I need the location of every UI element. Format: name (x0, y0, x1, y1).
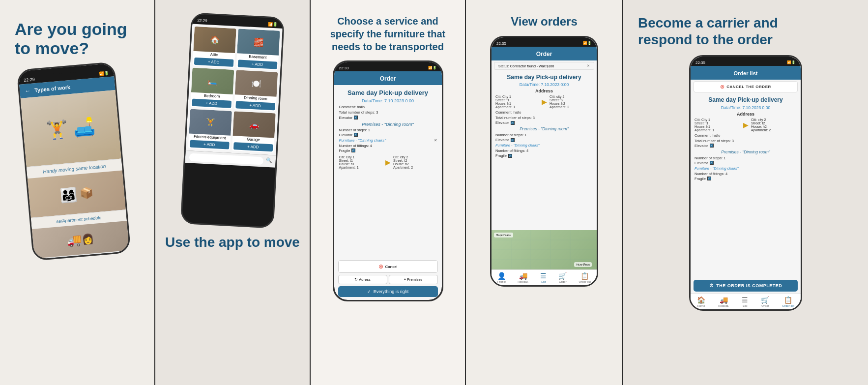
back-arrow-icon[interactable]: ← (25, 87, 31, 94)
address-grid-3: Citi: City 1 Street: t1 House: h1 Apartm… (339, 155, 437, 169)
nav-orderlist-4[interactable]: 📋 Order list (579, 272, 591, 283)
worker2-icon: 🚚 (66, 233, 82, 248)
address-grid-4: Citi: City 1 Street: t1 House: h1 Apartm… (495, 95, 593, 109)
order-header-label-5: Order list (734, 70, 758, 76)
phone-header-1: Types of work (34, 84, 71, 93)
order-title-5: Same day Pick-up delivery (694, 96, 797, 103)
add-bedroom-btn[interactable]: + ADD (192, 99, 231, 108)
furniture-line-3: Furniture - "Dinning chairs" ✕ (339, 138, 437, 143)
elevator-5: Elevator (694, 144, 797, 148)
home-icon-5: 🏠 (697, 296, 705, 304)
time-5: 22:35 (695, 60, 705, 65)
btn-row-3: ↻ Adress + Premises (338, 275, 438, 284)
woman-icon: 👩 (81, 233, 94, 245)
elevator2-5: Elevator (694, 161, 797, 165)
phone-mockup-2: 22:29 📶🔋 🏠 Attic + ADD 🧱 Basement + ADD (180, 12, 285, 228)
plus-icon-3: + (404, 277, 406, 282)
status-close-4[interactable]: ✕ (587, 64, 590, 68)
elevator2-4: Elevator (495, 138, 593, 142)
add-garage-btn[interactable]: + ADD (233, 142, 273, 151)
order-completed-btn-5[interactable]: ⏱ THE ORDER IS COMPLETED (694, 280, 798, 292)
section-view-orders: View orders 22:35 📶🔋 Order Status: Contr… (466, 0, 623, 385)
add-attic-btn[interactable]: + ADD (194, 58, 233, 67)
order-datetime-3: Data/Time: 7.10.2023 0:00 (339, 98, 437, 103)
sofa-icon: 🛋️ (72, 116, 96, 139)
fragile-cb-5[interactable] (707, 177, 711, 180)
room-garage: 🚗 Garage + ADD (232, 111, 276, 152)
arrow-right-4: ▶ (542, 98, 547, 106)
addr-right-3: Citi: city 2 Street: t2 House: h2 Apartm… (393, 155, 437, 169)
arrow-right-3: ▶ (383, 155, 392, 169)
cancel-order-btn-5[interactable]: ⊗ CANCEL THE ORDER (694, 81, 798, 92)
section-2-headline: Use the app to move (165, 234, 300, 251)
search-icon: 🔍 (265, 157, 272, 166)
signal-4: 📶🔋 (583, 41, 592, 46)
cancel-order-icon-5: ⊗ (720, 84, 724, 90)
elev2-cb-5[interactable] (710, 161, 714, 165)
cancel-icon-3: ⊗ (378, 263, 383, 270)
nav-list-5[interactable]: ☰ List (742, 296, 748, 307)
order-comment-3: Comment: hallo (339, 105, 437, 109)
section-1-headline: Are you going to move? (15, 20, 140, 58)
nav-list-4[interactable]: ☰ List (540, 272, 547, 283)
elevator-cb-4[interactable] (511, 121, 515, 125)
section-4-headline: View orders (511, 15, 578, 29)
nav-orderlist-5[interactable]: 📋 Order list (782, 296, 794, 307)
addr-left-3: Citi: City 1 Street: t1 House: h1 Apartm… (339, 155, 383, 169)
fittings-3: Number of fittings: 4 (339, 144, 437, 148)
address-header-4: Address (495, 89, 593, 93)
premises-5: Premises - "Dinning room" (694, 149, 797, 154)
room-basement: 🧱 Basement + ADD (236, 29, 280, 70)
address-header-5: Address (694, 112, 797, 117)
nav-relocat-5[interactable]: 🚚 Relocat. (718, 296, 729, 307)
confirm-btn-3[interactable]: ✓ Everything is right (338, 286, 438, 297)
add-basement-btn[interactable]: + ADD (237, 59, 277, 69)
status-banner-4: Status: Contractor found - Wait $100 ✕ (494, 62, 594, 70)
furniture-5: Furniture - "Dinning chairs" (694, 166, 797, 171)
address-grid-5: Citi: City 1 Street: t1 House: h1 Apartm… (694, 118, 797, 132)
nav-relocat-4[interactable]: 🚚 Relocat. (518, 272, 528, 283)
order-screen-3: 22:33 📶🔋 Order Same day Pick-up delivery… (334, 62, 442, 300)
search-bar[interactable] (189, 153, 264, 165)
elev2-cb-4[interactable] (511, 138, 515, 142)
fragile-checkbox-3[interactable] (351, 148, 355, 152)
truck-icon-4: 🚚 (519, 272, 527, 280)
nav-home-5[interactable]: 🏠 Home (697, 296, 705, 307)
time-2: 22:29 (197, 18, 207, 23)
arrow-right-5: ▶ (743, 121, 749, 129)
fragile-cb-4[interactable] (508, 154, 512, 158)
nav-profile-4[interactable]: 👤 Profile (497, 272, 506, 283)
nav-order-4[interactable]: 🛒 Order (558, 272, 567, 283)
order-body-5: Same day Pick-up delivery Data/Time: 7.1… (691, 94, 801, 278)
time-4: 22:35 (496, 41, 506, 46)
order-body-4: Same day Pick-up delivery Data/Time: 7.1… (492, 71, 597, 230)
elevator-4: Elevator (495, 120, 593, 125)
section-3-headline: Choose a service and specify the furnitu… (320, 15, 455, 53)
premises-btn-3[interactable]: + Premises (389, 275, 438, 284)
section-move: Are you going to move? 22:29 📶🔋 ← Types … (0, 0, 155, 385)
time-3: 22:33 (339, 66, 349, 70)
nav-order-5[interactable]: 🛒 Order (761, 296, 769, 307)
furniture-close-3[interactable]: ✕ (434, 138, 437, 143)
order-header-label-3: Order (380, 75, 396, 82)
bottom-nav-4: 👤 Profile 🚚 Relocat. ☰ List 🛒 Order (492, 269, 597, 285)
cancel-btn-3[interactable]: ⊗ Cancel (338, 260, 438, 273)
order-screen-5: 22:35 📶🔋 Order list ⊗ CANCEL THE ORDER S… (691, 57, 801, 309)
room-fitness: 🏋️ Fitness equipment + ADD (188, 109, 232, 150)
fragile-4: Fragile (495, 153, 593, 158)
order-header-label-4: Order (536, 51, 552, 58)
add-dinning-btn[interactable]: + ADD (235, 101, 275, 110)
add-fitness-btn[interactable]: + ADD (190, 140, 230, 149)
check-icon-3: ✓ (367, 289, 371, 294)
address-btn-3[interactable]: ↻ Adress (338, 275, 387, 284)
elevator-checkbox-3[interactable] (354, 116, 358, 119)
signal-5: 📶🔋 (787, 60, 796, 65)
list-icon-5: ☰ (742, 296, 748, 304)
order-icon-4: 🛒 (558, 272, 567, 280)
section-5-headline: Become a carrier and respond to the orde… (638, 15, 785, 48)
refresh-icon-3: ↻ (354, 277, 358, 282)
fragile-5: Fragile (694, 177, 797, 181)
elevator2-checkbox-3[interactable] (354, 133, 358, 137)
map-area-4: Парк Газон Нью-Йорк (492, 230, 597, 269)
elevator-cb-5[interactable] (710, 144, 714, 148)
